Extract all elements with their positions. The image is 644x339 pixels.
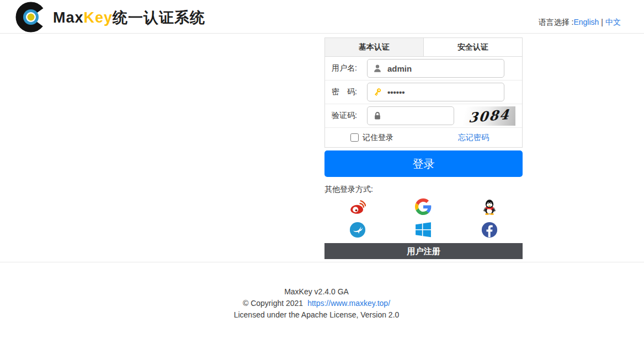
maxkey-logo-icon: [15, 2, 46, 33]
key-icon: [372, 87, 382, 97]
qq-login-button[interactable]: [481, 198, 498, 216]
username-input[interactable]: [387, 64, 499, 73]
language-divider: |: [601, 18, 603, 26]
app-header: MaxKey统一认证系统 语言选择 :English|中文: [0, 0, 644, 34]
user-icon: [372, 63, 382, 73]
brand-black: Max: [53, 9, 84, 26]
weibo-login-button[interactable]: [349, 198, 366, 216]
captcha-image-text: 3084: [468, 106, 510, 126]
lock-icon: [372, 111, 382, 121]
remember-row: 记住登录 忘记密码: [325, 128, 522, 147]
google-icon: [415, 198, 432, 215]
captcha-label: 验证码:: [332, 111, 367, 121]
windows-login-button[interactable]: [414, 221, 432, 239]
captcha-image[interactable]: 3084: [463, 106, 515, 126]
user-register-button[interactable]: 用户注册: [324, 243, 523, 259]
tab-secure-auth[interactable]: 安全认证: [423, 38, 522, 56]
dingtalk-icon: [349, 222, 366, 238]
page-footer: MaxKey v2.4.0 GA © Copyright 2021https:/…: [0, 262, 644, 339]
facebook-login-button[interactable]: [481, 221, 498, 239]
windows-icon: [415, 222, 432, 238]
login-button[interactable]: 登录: [324, 150, 523, 177]
footer-copyright: © Copyright 2021: [243, 299, 303, 308]
language-link-english[interactable]: English: [573, 18, 599, 26]
captcha-row: 验证码: 3084: [325, 104, 522, 128]
qq-icon: [481, 198, 498, 215]
dingtalk-login-button[interactable]: [349, 221, 366, 239]
footer-version: MaxKey v2.4.0 GA: [0, 286, 633, 298]
login-form-box: 基本认证 安全认证 用户名: 密 码:: [324, 37, 523, 148]
footer-copyright-line: © Copyright 2021https://www.maxkey.top/: [0, 298, 633, 309]
auth-tabs: 基本认证 安全认证: [325, 38, 522, 57]
footer-license: Licensed under the Apache License, Versi…: [0, 309, 633, 321]
username-input-wrap: [367, 59, 504, 78]
language-selector: 语言选择 :English|中文: [539, 18, 621, 28]
password-input-wrap: [367, 83, 504, 101]
facebook-icon: [481, 222, 498, 238]
password-input[interactable]: [387, 88, 499, 97]
language-label: 语言选择 :: [539, 18, 574, 26]
page-title: MaxKey统一认证系统: [53, 8, 205, 28]
password-label: 密 码:: [332, 87, 367, 97]
captcha-input-wrap: [367, 106, 454, 125]
login-panel: 基本认证 安全认证 用户名: 密 码:: [324, 37, 523, 259]
weibo-icon: [349, 198, 366, 215]
username-row: 用户名:: [325, 57, 522, 80]
remember-checkbox[interactable]: [350, 133, 359, 142]
username-label: 用户名:: [332, 63, 367, 73]
social-login-grid: [324, 198, 523, 239]
brand-suffix: 统一认证系统: [113, 9, 205, 26]
footer-site-link[interactable]: https://www.maxkey.top/: [307, 299, 390, 308]
captcha-input[interactable]: [387, 111, 449, 121]
brand-gold: Key: [84, 9, 113, 26]
password-row: 密 码:: [325, 80, 522, 104]
language-link-chinese[interactable]: 中文: [605, 18, 621, 26]
forgot-password-link[interactable]: 忘记密码: [458, 133, 489, 143]
google-login-button[interactable]: [414, 198, 432, 216]
tab-basic-auth[interactable]: 基本认证: [325, 38, 423, 56]
remember-label: 记住登录: [363, 133, 393, 143]
other-login-methods-label: 其他登录方式:: [324, 185, 523, 195]
